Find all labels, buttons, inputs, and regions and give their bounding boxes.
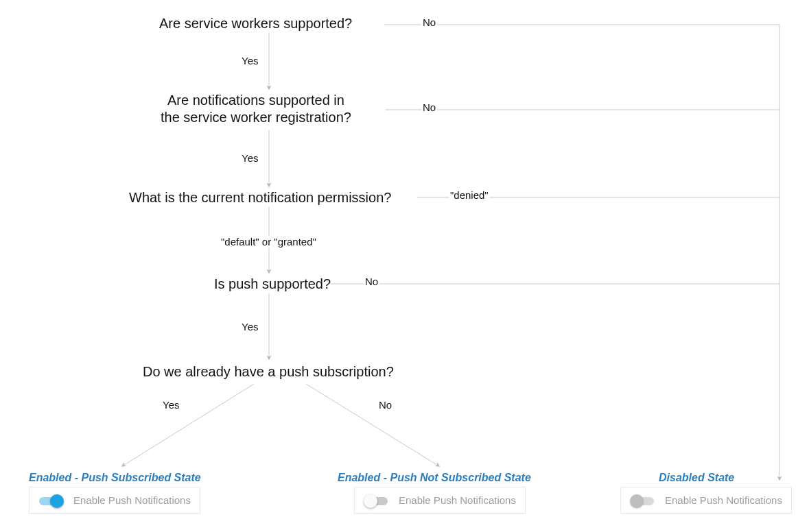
edge-q1-yes: Yes xyxy=(240,55,259,66)
state-card-not-subscribed: Enable Push Notifications xyxy=(354,487,526,513)
flowchart-edges xyxy=(0,0,809,532)
edge-q5-yes: Yes xyxy=(161,399,180,411)
toggle-on-icon[interactable] xyxy=(39,495,62,506)
state-card-label: Enable Push Notifications xyxy=(399,494,516,506)
toggle-disabled-icon xyxy=(631,495,654,506)
edge-q4-yes: Yes xyxy=(240,321,259,332)
flowchart-canvas: Are service workers supported? Are notif… xyxy=(0,0,809,532)
svg-line-5 xyxy=(306,384,439,466)
edge-q2-no: No xyxy=(421,101,437,113)
state-title-not-subscribed: Enabled - Push Not Subscribed State xyxy=(338,472,531,484)
state-card-label: Enable Push Notifications xyxy=(73,494,191,506)
state-card-label: Enable Push Notifications xyxy=(665,494,782,506)
decision-q2: Are notifications supported in the servi… xyxy=(161,92,351,126)
toggle-off-icon[interactable] xyxy=(364,495,388,506)
edge-q5-no: No xyxy=(377,399,393,411)
edge-q3-denied: "denied" xyxy=(449,189,490,201)
state-card-disabled: Enable Push Notifications xyxy=(620,487,792,513)
state-card-subscribed: Enable Push Notifications xyxy=(29,487,200,513)
decision-q1: Are service workers supported? xyxy=(159,15,352,32)
state-title-subscribed: Enabled - Push Subscribed State xyxy=(29,472,201,484)
decision-q5: Do we already have a push subscription? xyxy=(143,363,394,380)
decision-q4: Is push supported? xyxy=(214,276,331,293)
edge-q3-default-granted: "default" or "granted" xyxy=(220,236,318,247)
svg-line-4 xyxy=(122,384,254,466)
edge-q4-no: No xyxy=(364,276,379,287)
edge-q1-no: No xyxy=(421,16,437,28)
state-title-disabled: Disabled State xyxy=(659,472,734,484)
decision-q3: What is the current notification permiss… xyxy=(129,189,391,206)
edge-q2-yes: Yes xyxy=(240,152,259,164)
